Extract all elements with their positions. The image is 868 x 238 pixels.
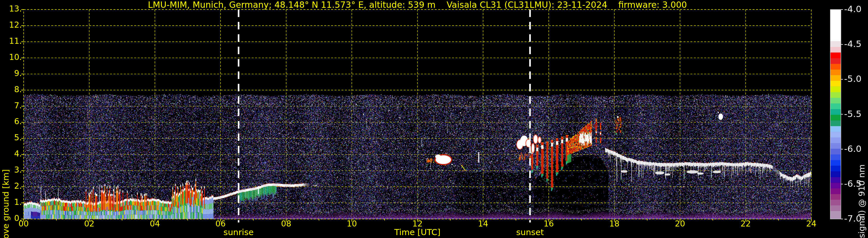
sunrise-annotation: sunrise xyxy=(223,228,254,237)
y-tick-label: 10. xyxy=(0,53,22,61)
y-tick-label: 6. xyxy=(0,118,22,126)
y-tick-label: 7. xyxy=(0,102,22,110)
colorbar-tick-label: -7.0 xyxy=(844,214,862,223)
colorbar-tick-label: -4.0 xyxy=(844,5,862,13)
colorbar-tick-label: -6.5 xyxy=(844,179,862,188)
colorbar-tick-label: -5.5 xyxy=(844,110,862,118)
y-tick-label: 13. xyxy=(0,5,22,13)
colorbar-tick-label: -6.0 xyxy=(844,144,862,153)
ceilometer-plot-canvas xyxy=(0,0,868,238)
y-tick-label: 9. xyxy=(0,69,22,78)
y-tick-label: 2. xyxy=(0,182,22,190)
x-tick-label: 10 xyxy=(347,220,357,228)
colorbar-tick-label: -4.5 xyxy=(844,39,862,49)
sunset-annotation: sunset xyxy=(516,228,544,237)
x-tick-label: 02 xyxy=(84,220,94,228)
x-tick-label: 20 xyxy=(675,220,685,228)
x-tick-label: 22 xyxy=(741,220,751,228)
y-tick-label: 1. xyxy=(0,198,22,206)
y-tick-label: 5. xyxy=(0,134,22,142)
y-tick-label: 8. xyxy=(0,86,22,94)
y-tick-label: 11. xyxy=(0,37,22,45)
x-tick-label: 14 xyxy=(478,220,488,228)
colorbar-tick-label: -5.0 xyxy=(844,75,862,83)
x-tick-label: 06 xyxy=(215,220,226,228)
x-tick-label: 08 xyxy=(281,220,291,228)
x-axis-label: Time [UTC] xyxy=(395,228,440,237)
x-tick-label: 24 xyxy=(806,220,816,228)
y-tick-label: 12. xyxy=(0,21,22,29)
x-tick-label: 12 xyxy=(412,220,423,228)
x-tick-label: 18 xyxy=(609,220,620,228)
y-tick-label: 0. xyxy=(0,214,22,222)
colorbar-label: log(rc-signal) @ 910 nm xyxy=(857,164,867,238)
page-title: LMU-MIM, Munich, Germany; 48.148° N 11.5… xyxy=(148,1,687,9)
y-tick-label: 3. xyxy=(0,166,22,174)
ceilometer-quicklook-figure: LMU-MIM, Munich, Germany; 48.148° N 11.5… xyxy=(0,0,868,238)
x-tick-label: 16 xyxy=(544,220,554,228)
x-tick-label: 04 xyxy=(150,220,160,228)
y-tick-label: 4. xyxy=(0,150,22,158)
